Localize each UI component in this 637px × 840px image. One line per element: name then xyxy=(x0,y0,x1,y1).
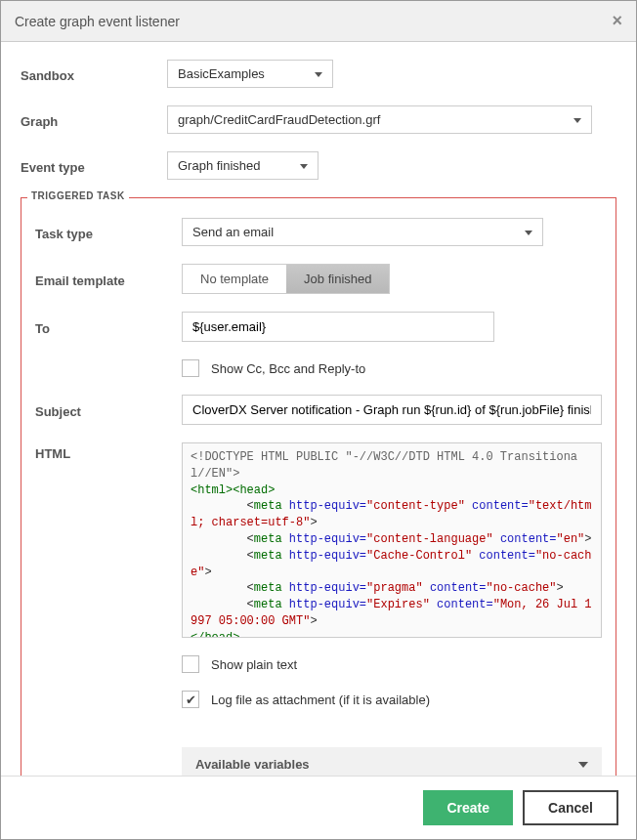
event-type-select[interactable]: Graph finished xyxy=(167,151,318,180)
dialog-body: Sandbox BasicExamples Graph graph/Credit… xyxy=(1,42,636,776)
log-attachment-checkbox[interactable]: ✔ xyxy=(182,691,199,708)
event-type-value: Graph finished xyxy=(178,158,261,173)
show-cc-bcc-label: Show Cc, Bcc and Reply-to xyxy=(211,361,365,376)
task-type-select[interactable]: Send an email xyxy=(182,218,543,246)
close-icon[interactable]: × xyxy=(612,11,622,31)
task-type-value: Send an email xyxy=(192,225,274,239)
sandbox-label: Sandbox xyxy=(21,64,167,83)
template-none-button[interactable]: No template xyxy=(183,265,286,293)
email-template-label: Email template xyxy=(35,270,182,288)
dialog-header: Create graph event listener × xyxy=(1,1,636,42)
subject-input[interactable] xyxy=(182,395,602,425)
subject-label: Subject xyxy=(35,400,182,419)
dialog-footer: Create Cancel xyxy=(1,776,636,839)
triggered-task-legend: TRIGGERED TASK xyxy=(27,190,129,201)
sandbox-select[interactable]: BasicExamples xyxy=(167,60,333,88)
graph-select[interactable]: graph/CreditCardFraudDetection.grf xyxy=(167,105,592,134)
create-button[interactable]: Create xyxy=(423,790,513,825)
graph-label: Graph xyxy=(21,110,167,129)
available-variables-expander[interactable]: Available variables xyxy=(182,747,602,776)
event-type-label: Event type xyxy=(21,156,167,175)
to-label: To xyxy=(35,317,182,336)
dialog-title: Create graph event listener xyxy=(15,14,180,29)
html-textarea[interactable]: <!DOCTYPE HTML PUBLIC "-//W3C//DTD HTML … xyxy=(182,442,602,638)
triggered-task-fieldset: TRIGGERED TASK Task type Send an email E… xyxy=(21,197,616,776)
sandbox-value: BasicExamples xyxy=(178,66,265,81)
show-plain-text-checkbox[interactable] xyxy=(182,655,199,673)
show-cc-bcc-checkbox[interactable] xyxy=(182,359,199,377)
html-label: HTML xyxy=(35,442,182,461)
email-template-toggle: No template Job finished xyxy=(182,264,390,294)
to-input[interactable] xyxy=(182,312,494,342)
graph-value: graph/CreditCardFraudDetection.grf xyxy=(178,112,380,127)
chevron-down-icon xyxy=(578,762,588,768)
template-job-finished-button[interactable]: Job finished xyxy=(286,265,389,293)
log-attachment-label: Log file as attachment (if it is availab… xyxy=(211,693,430,707)
show-plain-text-label: Show plain text xyxy=(211,657,297,672)
task-type-label: Task type xyxy=(35,223,182,241)
available-variables-label: Available variables xyxy=(195,757,310,772)
cancel-button[interactable]: Cancel xyxy=(523,790,618,825)
